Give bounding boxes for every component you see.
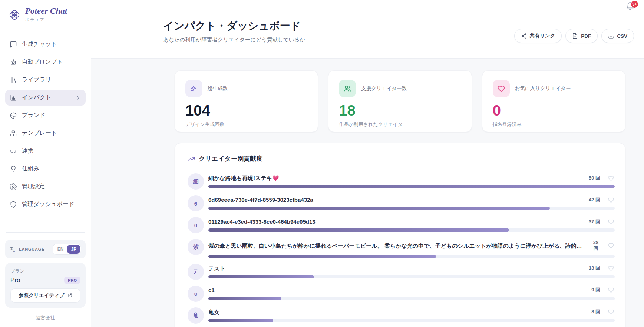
favorite-heart-icon[interactable] — [607, 196, 615, 204]
users-icon-box — [339, 80, 356, 97]
language-toggle: EN JP — [53, 244, 81, 255]
title-block: インパクト・ダッシュボード あなたの利用が障害者クリエイターにどう貢献しているか — [163, 19, 305, 43]
contribution-bar — [208, 297, 281, 300]
sparkles-icon — [189, 84, 198, 93]
creator-avatar: 6 — [188, 195, 204, 211]
plan-card: プラン Pro PRO 参照クリエイティブ — [5, 263, 86, 308]
creator-title: 竜女 — [208, 308, 584, 316]
creator-avatar: c — [188, 286, 204, 302]
creator-avatar: 0 — [188, 217, 204, 233]
heart-icon — [497, 84, 506, 93]
pdf-button[interactable]: PDF — [565, 29, 598, 43]
favorite-heart-icon[interactable] — [607, 286, 615, 294]
favorite-heart-icon[interactable] — [607, 308, 615, 316]
sidebar-bottom: 文 A LANGUAGE EN JP プラン Pro PRO 参照クリエイティブ — [5, 226, 86, 321]
contribution-bar-track — [208, 255, 615, 258]
notifications-button[interactable]: 9+ — [626, 2, 634, 10]
stat-sub: デザイン生成回数 — [185, 121, 307, 128]
favorite-heart-icon[interactable] — [607, 174, 615, 182]
contribution-bar — [208, 319, 273, 322]
usage-count: 42 回 — [589, 197, 600, 203]
sidebar-item-integration[interactable]: 連携 — [5, 143, 86, 159]
app-tagline: ポティア — [25, 17, 67, 23]
share-link-button[interactable]: 共有リンク — [514, 29, 562, 43]
contribution-row: 竜 竜女 8 回 — [188, 307, 615, 324]
gear-icon — [10, 183, 17, 190]
operating-company-link[interactable]: 運営会社 — [5, 314, 86, 321]
sidebar-item-generate-chat[interactable]: 生成チャット — [5, 36, 86, 52]
creator-title: テスト — [208, 264, 582, 272]
svg-text:A: A — [13, 249, 15, 252]
favorite-heart-icon[interactable] — [607, 242, 615, 249]
creator-avatar: 竜 — [188, 307, 204, 324]
library-icon — [10, 76, 17, 84]
contribution-bar-track — [208, 297, 615, 300]
sidebar-item-brand[interactable]: ブランド — [5, 107, 86, 123]
language-card: 文 A LANGUAGE EN JP — [5, 240, 86, 258]
file-icon — [572, 33, 578, 39]
language-option-en[interactable]: EN — [54, 245, 67, 254]
reference-creative-button[interactable]: 参照クリエイティブ — [10, 288, 80, 303]
robot-icon — [10, 59, 17, 66]
contribution-row: テ テスト 13 回 — [188, 264, 615, 280]
sparkles-icon-box — [185, 80, 202, 97]
contribution-bar-track — [208, 275, 615, 278]
sidebar-nav: 生成チャット自動プロンプトライブラリインパクトブランドテンプレート連携仕組み管理… — [5, 36, 86, 214]
lightbulb-icon — [10, 165, 17, 173]
stat-label: 総生成数 — [208, 85, 228, 92]
usage-count: 28 回 — [591, 240, 600, 252]
stat-value: 104 — [185, 103, 307, 118]
template-grid-icon — [10, 130, 17, 137]
contribution-bar — [208, 255, 436, 258]
contribution-bar-track — [208, 185, 615, 188]
stats-row: 総生成数 104 デザイン生成回数 支援クリエイター数 18 — [175, 70, 625, 132]
stat-card-supported-creators: 支援クリエイター数 18 作品が利用されたクリエイター — [328, 70, 472, 132]
app-logo[interactable]: Poteer Chat ポティア — [5, 7, 86, 23]
share-icon — [521, 33, 527, 39]
usage-count: 8 回 — [591, 308, 600, 315]
stat-sub: 指名登録済み — [493, 121, 615, 128]
stat-value: 0 — [493, 103, 615, 118]
stat-label: 支援クリエイター数 — [361, 85, 407, 92]
sidebar-item-mechanism[interactable]: 仕組み — [5, 161, 86, 177]
share-link-label: 共有リンク — [530, 33, 555, 39]
creator-title: 01129ac4-e3ed-4333-8ce0-464b94e05d13 — [208, 218, 582, 226]
sidebar-item-template[interactable]: テンプレート — [5, 125, 86, 141]
creator-title: 6d69eeea-730e-4f7d-8559-3023cfba432a — [208, 196, 582, 204]
translate-icon: 文 A — [10, 246, 16, 253]
users-icon — [343, 84, 352, 93]
contribution-bar-track — [208, 228, 615, 232]
csv-button[interactable]: CSV — [601, 29, 634, 43]
sidebar-item-label: ライブラリ — [22, 76, 81, 84]
contribution-bar-track — [208, 207, 615, 210]
language-label: LANGUAGE — [19, 247, 50, 251]
contribution-row: 細 細かな路地も再現!ステキ💗 50 回 — [188, 173, 615, 190]
sidebar-item-label: 管理設定 — [22, 183, 81, 190]
pdf-label: PDF — [581, 33, 591, 39]
creator-title: 紫の傘と黒い雨粒、白い小鳥たちが静かに揺れるペーパーモビール。 柔らかな光の中で… — [208, 242, 584, 250]
sidebar-item-label: 自動プロンプト — [22, 58, 81, 66]
favorite-heart-icon[interactable] — [607, 264, 615, 272]
svg-text:文: 文 — [10, 247, 13, 250]
contribution-row: 6 6d69eeea-730e-4f7d-8559-3023cfba432a 4… — [188, 195, 615, 211]
sidebar-item-label: 仕組み — [22, 165, 81, 173]
sidebar-item-library[interactable]: ライブラリ — [5, 72, 86, 88]
link-icon — [10, 147, 17, 155]
sidebar-item-auto-prompt[interactable]: 自動プロンプト — [5, 54, 86, 70]
page-subtitle: あなたの利用が障害者クリエイターにどう貢献しているか — [163, 36, 305, 43]
sidebar-item-admin-dashboard[interactable]: 管理ダッシュボード — [5, 196, 86, 212]
favorite-heart-icon[interactable] — [607, 218, 615, 226]
stat-card-total-generations: 総生成数 104 デザイン生成回数 — [175, 70, 318, 132]
sidebar-item-impact[interactable]: インパクト — [5, 90, 86, 106]
sidebar-item-label: テンプレート — [22, 129, 81, 137]
stat-label: お気に入りクリエイター — [515, 85, 571, 92]
creator-avatar: 紫 — [188, 239, 204, 255]
creator-title: 細かな路地も再現!ステキ💗 — [208, 174, 582, 182]
usage-count: 13 回 — [589, 265, 600, 271]
sidebar-item-admin-settings[interactable]: 管理設定 — [5, 178, 86, 194]
sidebar-item-label: 生成チャット — [22, 40, 81, 48]
language-option-jp[interactable]: JP — [67, 245, 80, 254]
stat-sub: 作品が利用されたクリエイター — [339, 121, 461, 128]
flower-logo-icon — [7, 8, 22, 22]
main-area: 9+ インパクト・ダッシュボード あなたの利用が障害者クリエイターにどう貢献して… — [91, 0, 644, 327]
